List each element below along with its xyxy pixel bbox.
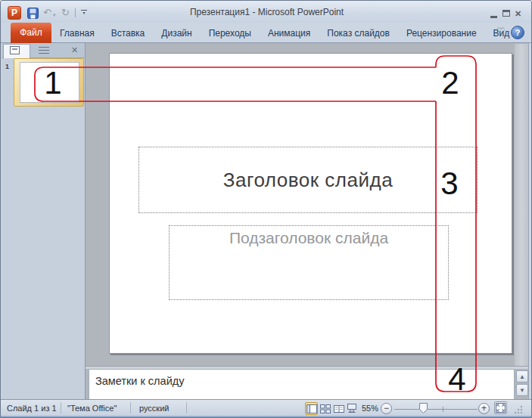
pane-close-icon[interactable]: ✕ [71, 45, 78, 55]
tab-animations[interactable]: Анимация [260, 28, 319, 39]
pane-tab-bar: ✕ [2, 43, 85, 58]
status-separator [130, 402, 131, 413]
tab-design[interactable]: Дизайн [153, 28, 200, 39]
slide-counter[interactable]: Слайд 1 из 1 [7, 404, 57, 413]
tab-review[interactable]: Рецензирование [398, 28, 485, 39]
slideshow-icon [347, 404, 357, 413]
window-right-edge [528, 43, 532, 399]
slideshow-view-button[interactable] [345, 402, 358, 415]
theme-name[interactable]: "Тема Office" [67, 404, 117, 413]
window-title: Презентация1 - Microsoft PowerPoint [1, 7, 532, 17]
subtitle-placeholder-text: Подзаголовок слайда [229, 229, 388, 246]
scroll-up-icon: ▲ [519, 373, 525, 380]
zoom-in-button[interactable]: + [478, 403, 490, 414]
heart-icon[interactable]: ♡ [496, 26, 506, 37]
tab-home[interactable]: Главная [51, 28, 103, 39]
reading-view-button[interactable] [332, 402, 345, 415]
slide-sorter-icon [320, 404, 331, 413]
zoom-out-button[interactable]: − [381, 403, 392, 414]
status-separator [186, 402, 187, 413]
scroll-up-button[interactable]: ▲ [516, 370, 528, 382]
language-indicator[interactable]: русский [139, 404, 169, 413]
scroll-down-icon: ▼ [519, 387, 525, 394]
notes-pane[interactable]: Заметки к слайду [89, 369, 515, 399]
tab-insert[interactable]: Вставка [103, 28, 154, 39]
powerpoint-window: P ↶ ▾ ↻ ▾ Презентация1 - Microsoft Power… [0, 0, 532, 418]
title-bar: P ↶ ▾ ↻ ▾ Презентация1 - Microsoft Power… [1, 1, 532, 23]
fit-to-window-icon [496, 403, 506, 413]
notes-placeholder-text: Заметки к слайду [95, 375, 184, 387]
zoom-slider-track[interactable] [394, 409, 478, 410]
slide-thumbnail-selected[interactable] [14, 58, 84, 107]
window-resize-grip[interactable] [513, 404, 523, 414]
tab-file[interactable]: Файл [11, 23, 51, 43]
zoom-slider-thumb[interactable] [419, 403, 428, 413]
slide-canvas[interactable]: Заголовок слайда Подзаголовок слайда [109, 53, 512, 354]
title-placeholder-text: Заголовок слайда [223, 169, 393, 192]
minimize-button[interactable] [490, 11, 497, 18]
zoom-level[interactable]: 55% [362, 404, 378, 413]
slide-thumbnail[interactable] [20, 62, 79, 103]
title-placeholder[interactable]: Заголовок слайда [138, 147, 478, 213]
fit-slide-to-window-button[interactable] [494, 401, 507, 414]
restore-button[interactable] [502, 10, 510, 17]
slide-workspace: Заголовок слайда Подзаголовок слайда [86, 43, 528, 399]
scroll-down-button[interactable]: ▼ [516, 384, 528, 396]
status-separator [61, 402, 61, 413]
vertical-scrollbar-track[interactable] [515, 44, 528, 366]
status-bar: Слайд 1 из 1 "Тема Office" русский 55% [1, 399, 532, 416]
normal-view-button[interactable] [305, 402, 318, 415]
zoom-slider-center-tick [443, 407, 443, 412]
ribbon-tabs: Главная Вставка Дизайн Переходы Анимация… [51, 23, 518, 43]
tab-slideshow[interactable]: Показ слайдов [319, 28, 398, 39]
slides-pane: ✕ 1 [2, 43, 86, 399]
tab-transitions[interactable]: Переходы [201, 28, 260, 39]
reading-view-icon [334, 404, 344, 413]
normal-view-icon [306, 404, 317, 413]
help-button[interactable]: ? [511, 26, 524, 39]
close-button[interactable]: ✕ [515, 9, 525, 18]
outline-tab-icon [39, 47, 49, 54]
subtitle-placeholder[interactable]: Подзаголовок слайда [169, 225, 449, 300]
slide-sorter-view-button[interactable] [319, 402, 331, 415]
slides-tab-icon [10, 46, 20, 54]
slide-thumbnail-number: 1 [5, 63, 9, 70]
